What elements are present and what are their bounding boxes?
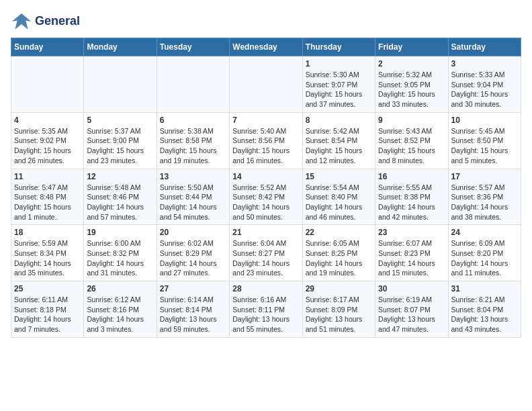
day-detail: Sunrise: 5:42 AM Sunset: 8:54 PM Dayligh…	[306, 126, 372, 166]
day-detail: Sunrise: 5:32 AM Sunset: 9:05 PM Dayligh…	[378, 70, 445, 109]
day-number: 18	[14, 228, 81, 237]
calendar-cell: 25Sunrise: 6:11 AM Sunset: 8:18 PM Dayli…	[11, 281, 84, 338]
calendar-cell: 16Sunrise: 5:55 AM Sunset: 8:38 PM Dayli…	[375, 169, 448, 225]
day-detail: Sunrise: 5:43 AM Sunset: 8:52 PM Dayligh…	[378, 126, 445, 166]
col-header-tuesday: Tuesday	[157, 38, 229, 56]
day-detail: Sunrise: 5:59 AM Sunset: 8:34 PM Dayligh…	[14, 238, 81, 278]
calendar-cell: 22Sunrise: 6:05 AM Sunset: 8:25 PM Dayli…	[302, 225, 375, 281]
calendar-cell: 29Sunrise: 6:17 AM Sunset: 8:09 PM Dayli…	[302, 281, 375, 338]
day-detail: Sunrise: 5:37 AM Sunset: 9:00 PM Dayligh…	[87, 126, 153, 166]
calendar-cell: 2Sunrise: 5:32 AM Sunset: 9:05 PM Daylig…	[375, 56, 448, 113]
calendar-cell: 21Sunrise: 6:04 AM Sunset: 8:27 PM Dayli…	[230, 225, 302, 281]
calendar-cell: 5Sunrise: 5:37 AM Sunset: 9:00 PM Daylig…	[84, 112, 157, 169]
calendar-cell: 9Sunrise: 5:43 AM Sunset: 8:52 PM Daylig…	[375, 112, 448, 169]
day-detail: Sunrise: 6:14 AM Sunset: 8:14 PM Dayligh…	[160, 295, 226, 334]
day-number: 28	[232, 284, 299, 293]
calendar-cell: 24Sunrise: 6:09 AM Sunset: 8:20 PM Dayli…	[448, 225, 521, 281]
calendar-table: SundayMondayTuesdayWednesdayThursdayFrid…	[11, 38, 521, 338]
calendar-cell: 19Sunrise: 6:00 AM Sunset: 8:32 PM Dayli…	[84, 225, 157, 281]
day-number: 13	[160, 172, 226, 181]
day-number: 22	[306, 228, 372, 237]
calendar-cell: 18Sunrise: 5:59 AM Sunset: 8:34 PM Dayli…	[11, 225, 84, 281]
logo: General	[11, 11, 80, 32]
calendar-cell: 12Sunrise: 5:48 AM Sunset: 8:46 PM Dayli…	[84, 169, 157, 225]
page-header: General	[11, 11, 521, 32]
calendar-header-row: SundayMondayTuesdayWednesdayThursdayFrid…	[11, 38, 521, 56]
col-header-saturday: Saturday	[448, 38, 521, 56]
day-detail: Sunrise: 6:11 AM Sunset: 8:18 PM Dayligh…	[14, 295, 81, 334]
svg-marker-0	[12, 13, 32, 30]
calendar-cell: 3Sunrise: 5:33 AM Sunset: 9:04 PM Daylig…	[448, 56, 521, 113]
day-detail: Sunrise: 5:47 AM Sunset: 8:48 PM Dayligh…	[14, 183, 81, 222]
day-detail: Sunrise: 6:17 AM Sunset: 8:09 PM Dayligh…	[306, 295, 372, 334]
day-number: 8	[306, 116, 372, 125]
day-number: 3	[451, 59, 518, 68]
day-detail: Sunrise: 5:55 AM Sunset: 8:38 PM Dayligh…	[378, 183, 445, 222]
calendar-cell: 15Sunrise: 5:54 AM Sunset: 8:40 PM Dayli…	[302, 169, 375, 225]
day-number: 11	[14, 172, 81, 181]
day-number: 21	[232, 228, 299, 237]
day-detail: Sunrise: 5:57 AM Sunset: 8:36 PM Dayligh…	[451, 183, 518, 222]
day-number: 20	[160, 228, 226, 237]
day-number: 6	[160, 116, 226, 125]
calendar-cell: 11Sunrise: 5:47 AM Sunset: 8:48 PM Dayli…	[11, 169, 84, 225]
day-detail: Sunrise: 5:54 AM Sunset: 8:40 PM Dayligh…	[306, 183, 372, 222]
day-detail: Sunrise: 5:30 AM Sunset: 9:07 PM Dayligh…	[306, 70, 372, 109]
calendar-cell: 1Sunrise: 5:30 AM Sunset: 9:07 PM Daylig…	[302, 56, 375, 113]
calendar-week-2: 4Sunrise: 5:35 AM Sunset: 9:02 PM Daylig…	[11, 112, 521, 169]
day-detail: Sunrise: 6:00 AM Sunset: 8:32 PM Dayligh…	[87, 238, 153, 278]
calendar-cell: 17Sunrise: 5:57 AM Sunset: 8:36 PM Dayli…	[448, 169, 521, 225]
calendar-cell: 31Sunrise: 6:21 AM Sunset: 8:04 PM Dayli…	[448, 281, 521, 338]
day-number: 24	[451, 228, 518, 237]
calendar-cell: 14Sunrise: 5:52 AM Sunset: 8:42 PM Dayli…	[230, 169, 302, 225]
day-number: 5	[87, 116, 153, 125]
day-detail: Sunrise: 6:02 AM Sunset: 8:29 PM Dayligh…	[160, 238, 226, 278]
day-number: 12	[87, 172, 153, 181]
day-number: 16	[378, 172, 445, 181]
day-detail: Sunrise: 6:16 AM Sunset: 8:11 PM Dayligh…	[232, 295, 299, 334]
calendar-cell: 27Sunrise: 6:14 AM Sunset: 8:14 PM Dayli…	[157, 281, 229, 338]
day-number: 14	[232, 172, 299, 181]
day-detail: Sunrise: 6:19 AM Sunset: 8:07 PM Dayligh…	[378, 295, 445, 334]
day-number: 26	[87, 284, 153, 293]
calendar-cell: 8Sunrise: 5:42 AM Sunset: 8:54 PM Daylig…	[302, 112, 375, 169]
calendar-cell: 6Sunrise: 5:38 AM Sunset: 8:58 PM Daylig…	[157, 112, 229, 169]
day-detail: Sunrise: 5:48 AM Sunset: 8:46 PM Dayligh…	[87, 183, 153, 222]
day-detail: Sunrise: 6:04 AM Sunset: 8:27 PM Dayligh…	[232, 238, 299, 278]
calendar-cell: 26Sunrise: 6:12 AM Sunset: 8:16 PM Dayli…	[84, 281, 157, 338]
calendar-cell	[11, 56, 84, 113]
col-header-thursday: Thursday	[302, 38, 375, 56]
day-detail: Sunrise: 5:40 AM Sunset: 8:56 PM Dayligh…	[232, 126, 299, 166]
col-header-monday: Monday	[84, 38, 157, 56]
calendar-week-1: 1Sunrise: 5:30 AM Sunset: 9:07 PM Daylig…	[11, 56, 521, 113]
col-header-friday: Friday	[375, 38, 448, 56]
day-number: 10	[451, 116, 518, 125]
logo-text: General	[35, 15, 80, 28]
calendar-cell: 10Sunrise: 5:45 AM Sunset: 8:50 PM Dayli…	[448, 112, 521, 169]
day-number: 1	[306, 59, 372, 68]
day-detail: Sunrise: 6:09 AM Sunset: 8:20 PM Dayligh…	[451, 238, 518, 278]
day-detail: Sunrise: 5:45 AM Sunset: 8:50 PM Dayligh…	[451, 126, 518, 166]
calendar-week-3: 11Sunrise: 5:47 AM Sunset: 8:48 PM Dayli…	[11, 169, 521, 225]
day-number: 4	[14, 116, 81, 125]
logo-icon	[11, 11, 32, 32]
day-detail: Sunrise: 5:50 AM Sunset: 8:44 PM Dayligh…	[160, 183, 226, 222]
day-number: 29	[306, 284, 372, 293]
day-detail: Sunrise: 6:12 AM Sunset: 8:16 PM Dayligh…	[87, 295, 153, 334]
col-header-wednesday: Wednesday	[230, 38, 302, 56]
day-number: 25	[14, 284, 81, 293]
calendar-cell	[157, 56, 229, 113]
day-number: 30	[378, 284, 445, 293]
calendar-week-5: 25Sunrise: 6:11 AM Sunset: 8:18 PM Dayli…	[11, 281, 521, 338]
calendar-cell	[230, 56, 302, 113]
calendar-cell: 20Sunrise: 6:02 AM Sunset: 8:29 PM Dayli…	[157, 225, 229, 281]
col-header-sunday: Sunday	[11, 38, 84, 56]
calendar-cell: 28Sunrise: 6:16 AM Sunset: 8:11 PM Dayli…	[230, 281, 302, 338]
day-detail: Sunrise: 5:35 AM Sunset: 9:02 PM Dayligh…	[14, 126, 81, 166]
day-detail: Sunrise: 5:33 AM Sunset: 9:04 PM Dayligh…	[451, 70, 518, 109]
day-detail: Sunrise: 5:52 AM Sunset: 8:42 PM Dayligh…	[232, 183, 299, 222]
day-number: 15	[306, 172, 372, 181]
day-detail: Sunrise: 6:21 AM Sunset: 8:04 PM Dayligh…	[451, 295, 518, 334]
day-number: 17	[451, 172, 518, 181]
calendar-cell: 4Sunrise: 5:35 AM Sunset: 9:02 PM Daylig…	[11, 112, 84, 169]
